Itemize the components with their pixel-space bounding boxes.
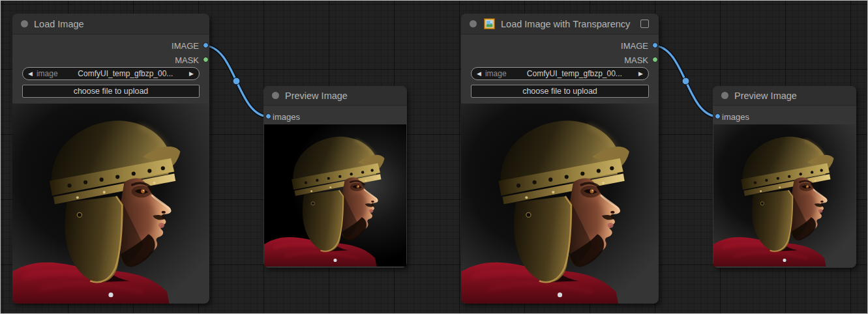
node-title: Load Image [34,19,84,29]
title-toggle-checkbox[interactable] [640,20,649,28]
node-title: Preview Image [734,91,797,101]
next-arrow-icon[interactable]: ▶ [638,71,643,77]
node-title-bar[interactable]: Preview Image [713,86,856,106]
loaded-image-preview [461,104,659,304]
output-slot-image: IMAGE [172,39,199,52]
preview-image-output [264,124,406,266]
output-slot-image: IMAGE [621,39,648,52]
output-slot-mask-dot[interactable] [652,57,658,63]
input-slot-images-dot[interactable] [715,113,721,119]
link-midpoint-dot [233,78,240,85]
input-slot-images: images [273,110,300,123]
output-slot-image-dot[interactable] [203,42,209,48]
choose-file-button[interactable]: choose file to upload [471,85,649,98]
link-wire-load2-preview2[interactable] [653,46,719,117]
widget-value: ComfyUI_temp_gfbzp_00... [62,69,189,78]
link-wire-load1-preview1[interactable] [204,46,269,117]
collapse-dot[interactable] [721,92,728,99]
output-slot-mask: MASK [175,53,199,66]
widget-label: image [37,69,58,78]
node-title-bar[interactable]: Load Image with Transparency [461,14,659,35]
input-slot-images: images [722,110,749,123]
node-preview-image-1[interactable]: Preview Image images [263,86,407,268]
framed-picture-icon [484,18,495,29]
output-slot-mask-dot[interactable] [203,57,209,63]
node-load-image[interactable]: Load Image IMAGE MASK ◀ image ComfyUI_te… [12,14,209,304]
output-slot-mask: MASK [624,53,648,66]
image-combo-widget[interactable]: ◀ image ComfyUI_temp_gfbzp_00... ▶ [22,67,200,80]
collapse-dot[interactable] [21,20,28,27]
output-slot-image-dot[interactable] [652,42,658,48]
node-title: Preview Image [285,91,348,101]
node-graph-canvas[interactable]: Load Image IMAGE MASK ◀ image ComfyUI_te… [0,0,868,314]
collapse-dot[interactable] [470,20,477,27]
node-load-image-with-transparency[interactable]: Load Image with Transparency IMAGE MASK … [461,14,659,304]
node-title-bar[interactable]: Load Image [12,14,209,35]
prev-arrow-icon[interactable]: ◀ [477,71,481,77]
input-slot-images-dot[interactable] [265,113,271,119]
link-midpoint-dot [682,78,689,85]
node-title-bar[interactable]: Preview Image [263,86,407,106]
prev-arrow-icon[interactable]: ◀ [28,71,33,77]
loaded-image-preview [12,104,209,304]
node-title: Load Image with Transparency [501,19,630,29]
node-preview-image-2[interactable]: Preview Image images [713,86,856,268]
widget-value: ComfyUI_temp_gfbzp_00... [511,69,638,78]
choose-file-button[interactable]: choose file to upload [22,85,200,98]
collapse-dot[interactable] [272,92,279,99]
preview-image-output [713,124,856,266]
next-arrow-icon[interactable]: ▶ [189,71,194,77]
image-combo-widget[interactable]: ◀ image ComfyUI_temp_gfbzp_00... ▶ [471,67,649,80]
widget-label: image [485,69,507,78]
